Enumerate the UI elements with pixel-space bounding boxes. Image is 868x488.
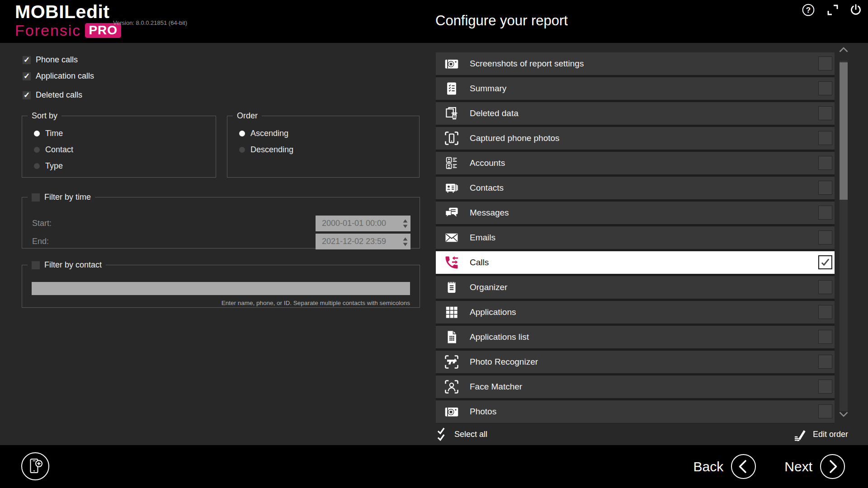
- row-applications-list[interactable]: Applications list: [436, 326, 835, 348]
- section-checkbox[interactable]: [818, 330, 832, 344]
- start-datetime-input[interactable]: 2000-01-01 00:00: [316, 216, 410, 231]
- select-all-label: Select all: [454, 430, 487, 439]
- power-icon[interactable]: [849, 3, 863, 17]
- double-check-icon: [436, 427, 448, 442]
- applications-list-icon: [443, 328, 461, 346]
- emails-icon: [443, 229, 461, 247]
- deleted-calls-checkbox-row[interactable]: Deleted calls: [23, 90, 82, 100]
- radio-type-dot[interactable]: [34, 163, 40, 169]
- header-bar: MOBILedit Forensic PRO Version: 8.0.0.21…: [0, 0, 868, 43]
- row-summary[interactable]: Summary: [436, 77, 835, 100]
- row-photo-recognizer[interactable]: Photo Recognizer: [436, 351, 835, 373]
- edit-pencil-icon: [793, 428, 807, 441]
- radio-ascending-label: Ascending: [250, 129, 288, 138]
- row-screenshots-of-report-settings[interactable]: Screenshots of report settings: [436, 52, 835, 75]
- contact-filter-hint: Enter name, phone, or ID. Separate multi…: [222, 300, 410, 306]
- section-checkbox[interactable]: [818, 355, 832, 369]
- section-checkbox[interactable]: [818, 181, 832, 195]
- section-label: Deleted data: [470, 108, 519, 118]
- edit-order-button[interactable]: Edit order: [793, 428, 848, 441]
- row-photos[interactable]: Photos: [436, 400, 835, 423]
- connect-phone-button[interactable]: [21, 452, 50, 483]
- deleted-calls-label: Deleted calls: [36, 90, 82, 100]
- section-checkbox-checked[interactable]: [818, 255, 832, 269]
- end-spinner[interactable]: [403, 237, 408, 246]
- filter-by-contact-label: Filter by contact: [44, 260, 102, 270]
- mobiledit-report-config-window: MOBILedit Forensic PRO Version: 8.0.0.21…: [0, 0, 868, 488]
- messages-icon: [443, 204, 461, 222]
- radio-descending[interactable]: Descending: [239, 145, 419, 155]
- end-datetime-input[interactable]: 2021-12-02 23:59: [316, 234, 410, 249]
- row-emails[interactable]: Emails: [436, 226, 835, 249]
- section-checkbox[interactable]: [818, 81, 832, 95]
- section-checkbox[interactable]: [818, 156, 832, 170]
- radio-contact[interactable]: Contact: [34, 145, 216, 155]
- help-icon[interactable]: ?: [801, 3, 816, 17]
- filter-by-time-checkbox[interactable]: [32, 193, 40, 202]
- wizard-navigation: Back Next: [693, 454, 845, 479]
- radio-descending-dot[interactable]: [239, 147, 245, 153]
- radio-ascending-dot[interactable]: [239, 131, 245, 136]
- chevron-right-icon: [820, 454, 845, 479]
- section-checkbox[interactable]: [818, 404, 832, 418]
- row-contacts[interactable]: Contacts: [436, 177, 835, 199]
- section-label: Organizer: [470, 282, 507, 292]
- start-spinner[interactable]: [403, 219, 408, 228]
- radio-time-dot[interactable]: [34, 131, 40, 136]
- radio-time[interactable]: Time: [34, 129, 216, 138]
- section-label: Captured phone photos: [470, 133, 560, 143]
- filter-by-time-label: Filter by time: [44, 192, 91, 202]
- section-checkbox[interactable]: [818, 380, 832, 394]
- select-all-button[interactable]: Select all: [436, 427, 487, 442]
- section-checkbox[interactable]: [818, 56, 832, 70]
- radio-type-label: Type: [45, 161, 63, 171]
- row-captured-phone-photos[interactable]: Captured phone photos: [436, 127, 835, 150]
- scroll-up-icon[interactable]: [839, 46, 849, 55]
- filter-by-contact-group: Filter by contact Enter name, phone, or …: [22, 260, 420, 308]
- section-checkbox[interactable]: [818, 131, 832, 145]
- logo-mobiledit: MOBILedit: [15, 3, 121, 21]
- deleted-calls-checkbox[interactable]: [23, 91, 31, 99]
- camera-icon: [443, 55, 461, 73]
- application-calls-checkbox-row[interactable]: Application calls: [23, 71, 94, 81]
- row-messages[interactable]: Messages: [436, 202, 835, 224]
- row-calls[interactable]: Calls: [436, 251, 835, 274]
- app-logo: MOBILedit Forensic PRO: [15, 3, 121, 38]
- next-button-label[interactable]: Next: [784, 459, 812, 474]
- row-face-matcher[interactable]: Face Matcher: [436, 375, 835, 398]
- phone-calls-checkbox-row[interactable]: Phone calls: [23, 55, 78, 65]
- section-label: Emails: [470, 233, 495, 243]
- section-checkbox[interactable]: [818, 206, 832, 220]
- accounts-icon: [443, 154, 461, 172]
- filter-by-contact-checkbox[interactable]: [32, 261, 40, 269]
- section-checkbox[interactable]: [818, 280, 832, 294]
- section-label: Applications list: [470, 332, 529, 342]
- application-calls-checkbox[interactable]: [23, 72, 31, 80]
- row-deleted-data[interactable]: Deleted data: [436, 102, 835, 125]
- applications-icon: [443, 303, 461, 321]
- page-title: Configure your report: [435, 13, 568, 29]
- face-matcher-icon: [443, 378, 461, 396]
- contact-filter-input[interactable]: [32, 282, 410, 295]
- row-accounts[interactable]: Accounts: [436, 152, 835, 174]
- order-legend: Order: [233, 111, 262, 121]
- sort-by-legend: Sort by: [28, 111, 61, 121]
- row-applications[interactable]: Applications: [436, 301, 835, 324]
- section-label: Photos: [470, 407, 496, 417]
- section-checkbox[interactable]: [818, 305, 832, 319]
- section-checkbox[interactable]: [818, 106, 832, 120]
- scroll-down-icon[interactable]: [839, 411, 849, 420]
- radio-contact-dot[interactable]: [34, 147, 40, 153]
- edit-order-label: Edit order: [813, 430, 848, 439]
- row-organizer[interactable]: Organizer: [436, 276, 835, 299]
- scrollbar-thumb[interactable]: [840, 62, 848, 200]
- radio-type[interactable]: Type: [34, 161, 216, 171]
- phone-calls-checkbox[interactable]: [23, 56, 31, 64]
- back-button-label[interactable]: Back: [693, 459, 724, 474]
- section-label: Accounts: [470, 158, 505, 168]
- radio-ascending[interactable]: Ascending: [239, 129, 419, 138]
- next-button[interactable]: [820, 454, 845, 479]
- section-checkbox[interactable]: [818, 230, 832, 244]
- back-button[interactable]: [731, 454, 756, 479]
- window-snap-icon[interactable]: [826, 3, 840, 17]
